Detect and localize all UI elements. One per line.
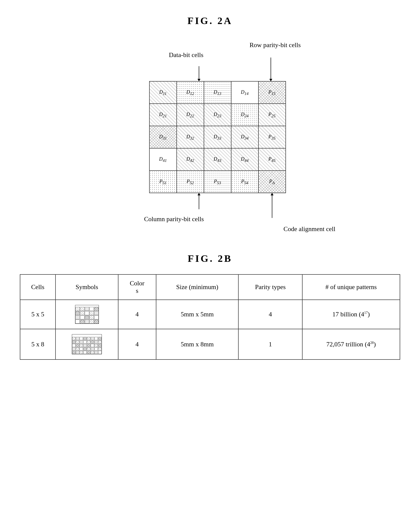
cell-size-5x5: 5mm x 5mm <box>156 300 239 329</box>
grid-cell-d23: D23 <box>204 104 231 126</box>
grid-row-2: D21 D22 D23 D24 P25 <box>149 104 286 126</box>
cell-cells-5x5: 5 x 5 <box>20 300 56 329</box>
label-data-bit-cells: Data-bit cells <box>169 51 203 59</box>
symbol-grid-5x8 <box>72 337 102 354</box>
cell-cells-5x8: 5 x 8 <box>20 329 56 359</box>
arrow-data-bit <box>199 66 199 81</box>
grid-row-4: D41 D42 D43 D44 P45 <box>149 148 286 171</box>
arrow-row-parity <box>271 58 271 81</box>
grid-cell-p25: P25 <box>258 104 286 126</box>
grid-cell-d11: D11 <box>149 81 177 104</box>
cell-grid: D11 D12 D13 D14 P15 <box>149 81 286 193</box>
label-code-alignment-cell: Code alignment cell <box>283 225 335 233</box>
grid-cell-d22: D22 <box>177 104 204 126</box>
fig2a-section: FIG. 2A Data-bit cells Row parity-bit ce… <box>20 15 400 193</box>
table-row-5x5: 5 x 5 <box>20 300 400 329</box>
grid-cell-d33: D33 <box>204 126 231 148</box>
fig2a-title: FIG. 2A <box>20 15 400 27</box>
grid-cell-d42: D42 <box>177 148 204 171</box>
col-header-colors: Colors <box>118 274 156 300</box>
grid-cell-p35: P35 <box>258 126 286 148</box>
cell-symbols-5x5 <box>56 300 118 329</box>
arrow-code-align <box>272 193 272 218</box>
col-header-unique-patterns: # of unique patterns <box>302 274 400 300</box>
grid-cell-p53: P53 <box>204 171 231 193</box>
grid-cell-p54: P54 <box>231 171 258 193</box>
cell-colors-5x5: 4 <box>118 300 156 329</box>
diagram-wrapper: Data-bit cells Row parity-bit cells D11 … <box>149 81 286 193</box>
cell-colors-5x8: 4 <box>118 329 156 359</box>
grid-cell-d21: D21 <box>149 104 177 126</box>
grid-cell-d44: D44 <box>231 148 258 171</box>
grid-cell-pa: PA <box>258 171 286 193</box>
grid-cell-d12: D12 <box>177 81 204 104</box>
symbol-grid-5x5 <box>75 307 99 324</box>
fig2b-section: FIG. 2B Cells Symbols Colors Size (minim… <box>20 253 400 360</box>
cell-symbols-5x8 <box>56 329 118 359</box>
cell-parity-5x5: 4 <box>238 300 302 329</box>
grid-cell-p51: P51 <box>149 171 177 193</box>
col-header-symbols: Symbols <box>56 274 118 300</box>
grid-cell-d14: D14 <box>231 81 258 104</box>
col-header-size: Size (minimum) <box>156 274 239 300</box>
grid-cell-d43: D43 <box>204 148 231 171</box>
cell-size-5x8: 5mm x 8mm <box>156 329 239 359</box>
fig2b-title: FIG. 2B <box>20 253 400 264</box>
grid-row-5: P51 P52 P53 P54 PA <box>149 171 286 193</box>
grid-cell-d32: D32 <box>177 126 204 148</box>
grid-cell-p15: P15 <box>258 81 286 104</box>
col-header-cells: Cells <box>20 274 56 300</box>
grid-row-3: D31 D32 D33 D34 P35 <box>149 126 286 148</box>
grid-cell-p45: P45 <box>258 148 286 171</box>
cell-unique-5x5: 17 billion (417) <box>302 300 400 329</box>
grid-cell-d31: D31 <box>149 126 177 148</box>
cell-parity-5x8: 1 <box>238 329 302 359</box>
grid-cell-d13: D13 <box>204 81 231 104</box>
label-row-parity-cells: Row parity-bit cells <box>250 41 301 49</box>
grid-cell-p52: P52 <box>177 171 204 193</box>
table-row-5x8: 5 x 8 <box>20 329 400 359</box>
data-table: Cells Symbols Colors Size (minimum) Pari… <box>20 274 400 360</box>
col-header-parity-types: Parity types <box>238 274 302 300</box>
arrow-col-parity <box>199 193 199 209</box>
label-column-parity-cells: Column parity-bit cells <box>144 215 204 223</box>
grid-cell-d41: D41 <box>149 148 177 171</box>
table-header-row: Cells Symbols Colors Size (minimum) Pari… <box>20 274 400 300</box>
fig2a-diagram-area: Data-bit cells Row parity-bit cells D11 … <box>20 36 400 193</box>
cell-unique-5x8: 72,057 trillion (428) <box>302 329 400 359</box>
grid-cell-d24: D24 <box>231 104 258 126</box>
grid-cell-d34: D34 <box>231 126 258 148</box>
grid-row-1: D11 D12 D13 D14 P15 <box>149 81 286 104</box>
